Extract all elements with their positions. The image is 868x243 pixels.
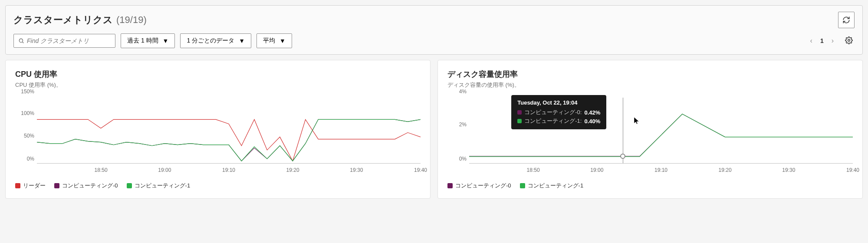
legend-item[interactable]: コンピューティング-0 (447, 182, 511, 190)
aggregation-dropdown[interactable]: 平均 ▼ (256, 33, 292, 48)
svg-point-2 (848, 39, 850, 41)
header-bar: クラスターメトリクス (19/19) 過去 1 時間 ▼ 1 分ごとのデータ ▼… (5, 5, 863, 55)
x-tick: 19:20 (286, 167, 299, 173)
header-bottom: 過去 1 時間 ▼ 1 分ごとのデータ ▼ 平均 ▼ ‹ 1 › (13, 33, 855, 48)
tooltip-title: Tuesday, Oct 22, 19:04 (517, 99, 600, 106)
disk-chart-title: ディスク容量使用率 (447, 69, 853, 79)
legend-swatch (520, 183, 525, 188)
legend-swatch (447, 183, 453, 188)
y-tick: 50% (24, 133, 34, 139)
legend-swatch (54, 183, 59, 188)
legend-label: コンピューティング-0 (455, 182, 511, 190)
refresh-button[interactable] (838, 12, 855, 28)
chevron-down-icon: ▼ (239, 37, 245, 44)
disk-x-axis: 18:50 19:00 19:10 19:20 19:30 19:40 (469, 165, 853, 176)
legend-label: コンピューティング-1 (135, 182, 191, 190)
page-count: (19/19) (116, 14, 147, 26)
disk-plot-area[interactable]: 0% 2% 4% Tuesday, Oct 22, 19:04 コンピューティン… (447, 98, 853, 176)
tooltip-row: コンピューティング-1: 0.40% (517, 117, 600, 125)
cpu-chart-card: CPU 使用率 CPU 使用率 (%)。 0% 50% 100% 150% 18… (5, 60, 431, 199)
disk-chart-card: ディスク容量使用率 ディスク容量の使用率 (%)。 0% 2% 4% Tuesd… (437, 60, 863, 199)
x-tick: 19:40 (846, 167, 859, 173)
title-row: クラスターメトリクス (19/19) (13, 13, 147, 26)
search-box[interactable] (13, 34, 115, 48)
legend-item[interactable]: コンピューティング-1 (127, 182, 191, 190)
x-tick: 19:20 (719, 167, 732, 173)
y-tick: 0% (459, 156, 467, 162)
charts-row: CPU 使用率 CPU 使用率 (%)。 0% 50% 100% 150% 18… (5, 60, 863, 199)
time-range-dropdown[interactable]: 過去 1 時間 ▼ (121, 33, 175, 48)
legend-swatch (15, 183, 20, 188)
legend-label: コンピューティング-1 (528, 182, 584, 190)
x-tick: 19:00 (158, 167, 171, 173)
disk-legend: コンピューティング-0 コンピューティング-1 (447, 182, 853, 190)
cpu-line-svg (37, 98, 421, 163)
cpu-x-axis: 18:50 19:00 19:10 19:20 19:30 19:40 (37, 165, 421, 176)
y-tick: 2% (459, 122, 467, 128)
legend-item[interactable]: コンピューティング-1 (520, 182, 584, 190)
x-tick: 19:30 (782, 167, 795, 173)
search-input[interactable] (27, 37, 111, 44)
legend-item[interactable]: リーダー (15, 182, 46, 190)
chevron-down-icon: ▼ (163, 37, 169, 44)
disk-plot-region: Tuesday, Oct 22, 19:04 コンピューティング-0: 0.42… (469, 98, 853, 164)
cpu-chart-subtitle: CPU 使用率 (%)。 (15, 81, 421, 89)
x-tick: 19:00 (590, 167, 603, 173)
controls-right: ‹ 1 › (808, 35, 855, 47)
refresh-icon (842, 16, 850, 24)
legend-swatch (127, 183, 132, 188)
aggregation-label: 平均 (263, 37, 275, 45)
disk-chart-subtitle: ディスク容量の使用率 (%)。 (447, 81, 853, 89)
granularity-label: 1 分ごとのデータ (187, 37, 234, 45)
tooltip-swatch (517, 110, 522, 115)
chart-tooltip: Tuesday, Oct 22, 19:04 コンピューティング-0: 0.42… (511, 95, 606, 129)
cpu-plot-area[interactable]: 0% 50% 100% 150% 18:50 19:00 19:10 19:20… (15, 98, 421, 176)
x-tick: 18:50 (95, 167, 108, 173)
settings-button[interactable] (843, 35, 855, 47)
cpu-plot-region (37, 98, 421, 164)
search-icon (18, 38, 24, 44)
pager-next[interactable]: › (829, 35, 836, 46)
pager-prev[interactable]: ‹ (808, 35, 815, 46)
tooltip-label: コンピューティング-1: (524, 117, 582, 125)
y-tick: 100% (21, 110, 34, 116)
x-tick: 18:50 (527, 167, 540, 173)
tooltip-value: 0.40% (584, 118, 600, 125)
x-tick: 19:40 (414, 167, 427, 173)
svg-line-1 (23, 42, 24, 43)
cpu-legend: リーダー コンピューティング-0 コンピューティング-1 (15, 182, 421, 190)
legend-label: リーダー (23, 182, 46, 190)
legend-item[interactable]: コンピューティング-0 (54, 182, 118, 190)
disk-y-axis: 0% 2% 4% (447, 98, 469, 164)
legend-label: コンピューティング-0 (62, 182, 118, 190)
y-tick: 150% (21, 89, 34, 95)
y-tick: 4% (459, 89, 467, 95)
chevron-down-icon: ▼ (279, 37, 286, 44)
header-top: クラスターメトリクス (19/19) (13, 12, 855, 28)
gear-icon (845, 36, 853, 44)
svg-point-0 (19, 39, 23, 42)
tooltip-swatch (517, 119, 522, 123)
hover-dot (620, 154, 625, 159)
y-tick: 0% (27, 156, 34, 162)
controls-left: 過去 1 時間 ▼ 1 分ごとのデータ ▼ 平均 ▼ (13, 33, 292, 48)
x-tick: 19:10 (222, 167, 235, 173)
tooltip-value: 0.42% (584, 109, 600, 116)
tooltip-row: コンピューティング-0: 0.42% (517, 108, 600, 116)
x-tick: 19:30 (350, 167, 363, 173)
granularity-dropdown[interactable]: 1 分ごとのデータ ▼ (180, 33, 251, 48)
time-range-label: 過去 1 時間 (127, 37, 158, 45)
pager-current: 1 (819, 37, 825, 44)
tooltip-label: コンピューティング-0: (524, 108, 582, 116)
cpu-y-axis: 0% 50% 100% 150% (15, 98, 37, 164)
cpu-chart-title: CPU 使用率 (15, 69, 421, 79)
x-tick: 19:10 (654, 167, 667, 173)
cursor-icon (634, 117, 640, 127)
page-title: クラスターメトリクス (13, 13, 113, 26)
